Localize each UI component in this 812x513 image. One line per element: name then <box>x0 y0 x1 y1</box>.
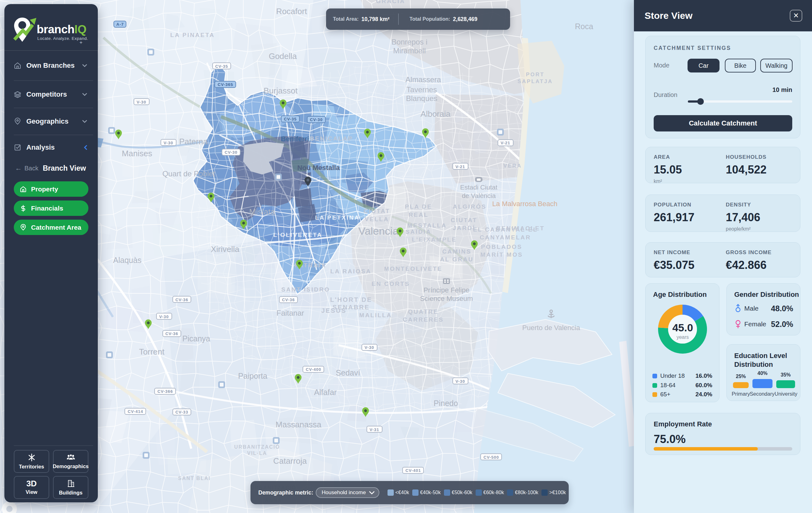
svg-text:SANT BLAI: SANT BLAI <box>178 476 210 481</box>
svg-text:EL CABANYAL-EL: EL CABANYAL-EL <box>473 226 538 233</box>
svg-text:PLA DE: PLA DE <box>405 203 432 210</box>
svg-text:V-21: V-21 <box>456 164 465 169</box>
svg-text:Mirambell: Mirambell <box>393 47 426 55</box>
svg-text:L'OLIVERETA: L'OLIVERETA <box>273 232 322 238</box>
svg-text:Xirivella: Xirivella <box>211 244 239 254</box>
svg-text:GRACIA: GRACIA <box>376 0 405 4</box>
svg-text:Alboraia: Alboraia <box>420 109 451 118</box>
svg-text:VERA: VERA <box>503 163 522 169</box>
svg-text:Alfafar: Alfafar <box>314 388 337 397</box>
svg-text:QUATRE: QUATRE <box>408 308 439 315</box>
svg-text:CV-500: CV-500 <box>484 455 499 460</box>
svg-text:CV-365: CV-365 <box>218 82 233 87</box>
svg-text:CV-366: CV-366 <box>157 389 173 394</box>
svg-text:PORT: PORT <box>526 72 544 78</box>
svg-text:CV-30: CV-30 <box>310 117 323 122</box>
svg-text:Pinedo: Pinedo <box>434 399 458 408</box>
svg-text:V-31: V-31 <box>370 427 379 432</box>
svg-text:CIUTAT: CIUTAT <box>364 208 390 214</box>
svg-text:CV-400: CV-400 <box>306 367 321 372</box>
svg-text:EN CORTS: EN CORTS <box>372 280 410 287</box>
svg-text:BENICALAP: BENICALAP <box>310 135 353 142</box>
svg-text:JESÚS: JESÚS <box>321 307 347 314</box>
svg-text:CAMINS: CAMINS <box>442 248 471 255</box>
svg-text:ALGIRÓS: ALGIRÓS <box>453 203 487 210</box>
svg-text:Catarroja: Catarroja <box>273 456 307 466</box>
svg-text:CV-35: CV-35 <box>215 64 228 69</box>
svg-text:CV-36: CV-36 <box>282 297 295 302</box>
svg-text:Nou Mestalla: Nou Mestalla <box>297 164 340 172</box>
svg-text:CV-401: CV-401 <box>405 468 421 473</box>
svg-text:Príncipe Felipe: Príncipe Felipe <box>424 286 470 294</box>
svg-text:AL GRAU: AL GRAU <box>440 256 473 263</box>
svg-text:L'HORT DE: L'HORT DE <box>330 296 372 303</box>
svg-text:V-30: V-30 <box>159 315 169 319</box>
svg-text:CV-36: CV-36 <box>175 297 188 302</box>
svg-text:MALILLA: MALILLA <box>359 312 392 319</box>
svg-text:35%: 35% <box>781 372 791 377</box>
svg-text:Faitanar: Faitanar <box>277 309 304 317</box>
svg-text:40%: 40% <box>757 371 767 376</box>
svg-text:SAPLATJA: SAPLATJA <box>518 78 553 84</box>
svg-text:Picanya: Picanya <box>182 334 210 343</box>
svg-text:MONTEOLIVETE: MONTEOLIVETE <box>384 265 442 272</box>
svg-text:Quart de Poblet: Quart de Poblet <box>163 169 215 178</box>
svg-text:Estadi Ciutat: Estadi Ciutat <box>460 184 497 191</box>
svg-text:CV-35: CV-35 <box>284 117 297 122</box>
svg-text:Bonrepos i: Bonrepos i <box>392 38 428 46</box>
svg-text:Massanassa: Massanassa <box>276 420 321 429</box>
svg-text:Paterna: Paterna <box>179 137 208 146</box>
svg-text:Almassera: Almassera <box>405 75 441 84</box>
svg-text:Mislata: Mislata <box>249 207 275 216</box>
svg-text:URBANITZACIÓ: URBANITZACIÓ <box>234 444 280 450</box>
svg-text:LA PINAETA: LA PINAETA <box>170 32 215 38</box>
svg-text:University: University <box>775 391 798 397</box>
svg-text:Roca: Roca <box>575 22 593 31</box>
svg-text:VIL·LA: VIL·LA <box>247 451 267 456</box>
svg-text:Rocafort: Rocafort <box>276 7 307 16</box>
svg-text:MARÍT MOS: MARÍT MOS <box>480 251 523 258</box>
svg-text:Torrent: Torrent <box>139 347 165 356</box>
svg-text:V-30: V-30 <box>365 345 374 350</box>
svg-text:POBLADOS: POBLADOS <box>481 243 522 250</box>
svg-text:LA RAIOSA: LA RAIOSA <box>330 268 372 274</box>
svg-text:MESTALLA: MESTALLA <box>407 222 447 229</box>
svg-text:Science Museum: Science Museum <box>420 295 473 302</box>
svg-text:CIUTAT: CIUTAT <box>451 217 477 223</box>
svg-text:Puerto de Valencia: Puerto de Valencia <box>522 324 580 332</box>
svg-text:25%: 25% <box>736 374 746 379</box>
svg-text:JARDÍ: JARDÍ <box>453 225 475 231</box>
svg-text:LA PETXINA: LA PETXINA <box>315 214 359 221</box>
svg-text:Manises: Manises <box>122 149 152 158</box>
svg-text:Alaquàs: Alaquàs <box>113 256 141 265</box>
svg-text:CANYAMELAR: CANYAMELAR <box>480 234 531 241</box>
svg-text:V-30: V-30 <box>456 379 465 384</box>
svg-text:Primary: Primary <box>732 391 750 397</box>
svg-text:La Malvarrosa Beach: La Malvarrosa Beach <box>492 200 557 208</box>
svg-text:SANT ISIDRO: SANT ISIDRO <box>281 286 330 293</box>
svg-text:CV-30: CV-30 <box>225 150 237 155</box>
svg-text:L'EIXAMPLE: L'EIXAMPLE <box>412 236 457 243</box>
svg-text:V-30: V-30 <box>137 100 146 105</box>
svg-text:V-21: V-21 <box>501 140 511 145</box>
svg-text:CARRERES: CARRERES <box>403 316 444 323</box>
svg-text:Sedaví: Sedaví <box>336 368 360 377</box>
svg-text:V-30: V-30 <box>164 140 173 145</box>
svg-text:CV-33: CV-33 <box>175 410 188 414</box>
svg-text:de València: de València <box>462 192 496 199</box>
svg-text:Blanques: Blanques <box>406 94 437 103</box>
svg-text:Beniferri: Beniferri <box>281 135 309 143</box>
svg-text:Godella: Godella <box>269 51 297 61</box>
svg-text:Burjassot: Burjassot <box>264 86 298 96</box>
svg-text:Paiporta: Paiporta <box>238 372 267 380</box>
svg-text:REAL: REAL <box>408 212 429 218</box>
svg-text:A-7: A-7 <box>116 22 124 27</box>
svg-text:CV-36: CV-36 <box>165 331 178 336</box>
svg-text:ARRANCAPINS: ARRANCAPINS <box>361 235 416 242</box>
svg-text:Secondary: Secondary <box>750 391 775 397</box>
svg-text:VELLA: VELLA <box>365 216 389 222</box>
svg-text:Tavernes: Tavernes <box>406 85 437 94</box>
svg-text:CV-414: CV-414 <box>127 409 143 414</box>
